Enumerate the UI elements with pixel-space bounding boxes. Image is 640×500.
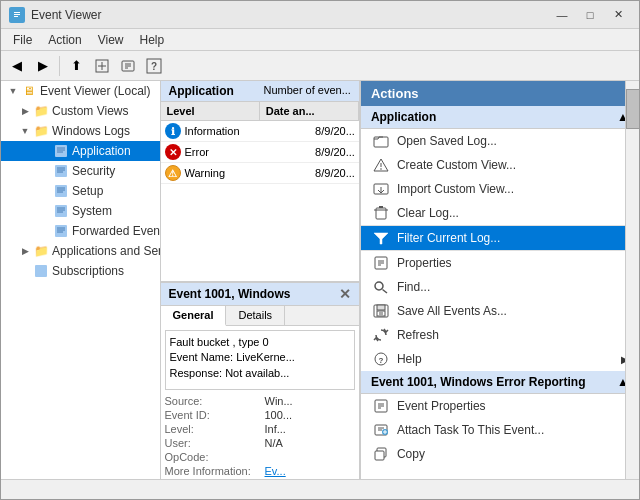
svg-rect-1 (14, 12, 20, 13)
action-copy[interactable]: Copy (361, 442, 639, 466)
forwarded-label: Forwarded Events (72, 224, 161, 238)
sidebar-item-security[interactable]: Security (1, 161, 160, 181)
detail-moreinfo-label: More Information: (165, 465, 265, 477)
action-event-properties[interactable]: Event Properties (361, 394, 639, 418)
action-import-custom-view[interactable]: Import Custom View... (361, 177, 639, 201)
root-expander: ▼ (5, 83, 21, 99)
menu-view[interactable]: View (90, 31, 132, 49)
list-row-error[interactable]: ✕ Error 8/9/20... (161, 142, 359, 163)
sidebar-item-application[interactable]: Application (1, 141, 160, 161)
clear-log-label: Clear Log... (397, 206, 459, 220)
svg-line-49 (382, 290, 387, 294)
attach-task-label: Attach Task To This Event... (397, 423, 544, 437)
svg-rect-33 (35, 265, 47, 277)
attach-task-icon (371, 422, 391, 438)
action-filter-current-log[interactable]: Filter Current Log... (361, 226, 639, 250)
svg-point-48 (375, 282, 383, 290)
help-label: Help (397, 352, 422, 366)
svg-rect-67 (375, 451, 384, 460)
event-detail-tabs: General Details (161, 306, 359, 326)
toolbar-back[interactable]: ◀ (5, 54, 29, 78)
svg-text:?: ? (151, 61, 157, 72)
action-help[interactable]: ? Help ▶ (361, 347, 639, 371)
action-save-all-events[interactable]: Save All Events As... (361, 299, 639, 323)
sidebar-item-windows-logs[interactable]: ▼ 📁 Windows Logs (1, 121, 160, 141)
action-attach-task[interactable]: Attach Task To This Event... (361, 418, 639, 442)
app-log-icon (53, 143, 69, 159)
apps-services-icon: 📁 (33, 243, 49, 259)
forwarded-log-icon (53, 223, 69, 239)
title-bar: Event Viewer — □ ✕ (1, 1, 639, 29)
menu-file[interactable]: File (5, 31, 40, 49)
toolbar-forward[interactable]: ▶ (31, 54, 55, 78)
svg-rect-17 (55, 165, 67, 177)
svg-rect-3 (14, 16, 18, 17)
window-controls: — □ ✕ (549, 5, 631, 25)
subscriptions-expander (17, 263, 33, 279)
list-header-title: Application (169, 84, 234, 98)
sidebar-item-system[interactable]: System (1, 201, 160, 221)
action-create-custom-view[interactable]: Create Custom View... (361, 153, 639, 177)
menu-bar: File Action View Help (1, 29, 639, 51)
detail-row-eventid: Event ID: 100... (165, 408, 355, 422)
sidebar-item-root[interactable]: ▼ 🖥 Event Viewer (Local) (1, 81, 160, 101)
detail-level-label: Level: (165, 423, 265, 435)
actions-scroll-track[interactable] (625, 81, 639, 479)
svg-rect-51 (377, 305, 385, 310)
windows-logs-expander: ▼ (17, 123, 33, 139)
setup-label: Setup (72, 184, 103, 198)
action-refresh[interactable]: Refresh (361, 323, 639, 347)
minimize-button[interactable]: — (549, 5, 575, 25)
menu-action[interactable]: Action (40, 31, 89, 49)
actions-section2-label: Event 1001, Windows Error Reporting (371, 375, 586, 389)
action-properties[interactable]: Properties (361, 251, 639, 275)
detail-row-opcode: OpCode: (165, 450, 355, 464)
tab-general[interactable]: General (161, 306, 227, 326)
refresh-label: Refresh (397, 328, 439, 342)
event-properties-icon (371, 398, 391, 414)
maximize-button[interactable]: □ (577, 5, 603, 25)
list-panel-header: Application Number of even... (161, 81, 359, 102)
toolbar-help[interactable]: ? (142, 54, 166, 78)
action-clear-log[interactable]: Clear Log... (361, 201, 639, 225)
action-open-saved-log[interactable]: Open Saved Log... (361, 129, 639, 153)
event-detail-close-button[interactable]: ✕ (339, 286, 351, 302)
detail-source-label: Source: (165, 395, 265, 407)
toolbar-new[interactable] (90, 54, 114, 78)
actions-section1-label: Application (371, 110, 436, 124)
sidebar-item-custom-views[interactable]: ▶ 📁 Custom Views (1, 101, 160, 121)
list-row-warning[interactable]: ⚠ Warning 8/9/20... (161, 163, 359, 184)
row-info-date: 8/9/20... (315, 125, 355, 137)
tab-details[interactable]: Details (226, 306, 285, 325)
find-label: Find... (397, 280, 430, 294)
list-row-info[interactable]: ℹ Information 8/9/20... (161, 121, 359, 142)
close-button[interactable]: ✕ (605, 5, 631, 25)
menu-help[interactable]: Help (132, 31, 173, 49)
error-level-icon: ✕ (165, 144, 181, 160)
sidebar-item-forwarded[interactable]: Forwarded Events (1, 221, 160, 241)
toolbar-up[interactable]: ⬆ (64, 54, 88, 78)
action-find[interactable]: Find... (361, 275, 639, 299)
event-detail-header: Event 1001, Windows ✕ (161, 283, 359, 306)
list-header-sub: Number of even... (263, 84, 350, 98)
svg-rect-53 (379, 312, 383, 315)
custom-views-expander: ▶ (17, 103, 33, 119)
toolbar-properties[interactable] (116, 54, 140, 78)
sidebar-item-apps-services[interactable]: ▶ 📁 Applications and Serv... (1, 241, 160, 261)
create-custom-view-icon (371, 157, 391, 173)
security-expander (37, 163, 53, 179)
detail-eventid-value: 100... (265, 409, 293, 421)
save-all-events-label: Save All Events As... (397, 304, 507, 318)
system-expander (37, 203, 53, 219)
list-view: Application Number of even... Level Date… (161, 81, 359, 281)
actions-scroll-thumb[interactable] (626, 89, 639, 129)
toolbar-sep-1 (59, 56, 60, 76)
sidebar-item-subscriptions[interactable]: Subscriptions (1, 261, 160, 281)
sidebar-item-setup[interactable]: Setup (1, 181, 160, 201)
security-log-icon (53, 163, 69, 179)
window-title: Event Viewer (31, 8, 549, 22)
detail-level-value: Inf... (265, 423, 286, 435)
column-level: Level (161, 102, 260, 120)
apps-services-label: Applications and Serv... (52, 244, 161, 258)
setup-log-icon (53, 183, 69, 199)
